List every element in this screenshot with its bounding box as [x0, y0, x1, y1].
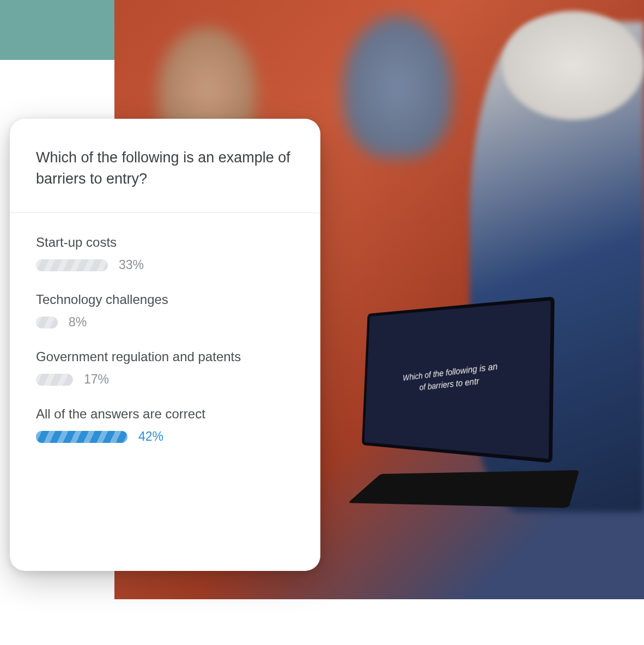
poll-option-label: Technology challenges [36, 292, 294, 307]
poll-bar-row: 33% [36, 258, 294, 272]
poll-option[interactable]: Start-up costs 33% [36, 235, 294, 272]
poll-option[interactable]: Technology challenges 8% [36, 292, 294, 330]
poll-bar [36, 259, 108, 271]
poll-bar-row: 42% [36, 429, 294, 444]
bg-person-blur [343, 16, 452, 158]
poll-option[interactable]: Government regulation and patents 17% [36, 349, 294, 387]
divider [10, 212, 320, 213]
poll-percent: 33% [119, 258, 149, 272]
laptop-screen-text: Which of the following is an of barriers… [403, 360, 499, 395]
bg-teal-block [0, 0, 114, 60]
bg-presenter-hair [502, 11, 644, 120]
poll-bar-row: 8% [36, 315, 294, 330]
poll-card: Which of the following is an example of … [10, 119, 320, 571]
poll-question: Which of the following is an example of … [36, 147, 294, 212]
poll-bar [36, 374, 73, 386]
poll-option-label: Start-up costs [36, 235, 294, 250]
poll-option-label: Government regulation and patents [36, 349, 294, 364]
poll-bar-row: 17% [36, 372, 294, 387]
poll-percent: 17% [84, 372, 114, 387]
poll-option[interactable]: All of the answers are correct 42% [36, 406, 294, 444]
poll-bar [36, 431, 127, 443]
laptop-screen: Which of the following is an of barriers… [362, 296, 555, 463]
laptop-keyboard [348, 470, 579, 508]
poll-percent: 42% [138, 429, 169, 444]
poll-bar [36, 317, 58, 328]
poll-percent: 8% [69, 315, 99, 330]
poll-option-label: All of the answers are correct [36, 406, 294, 422]
